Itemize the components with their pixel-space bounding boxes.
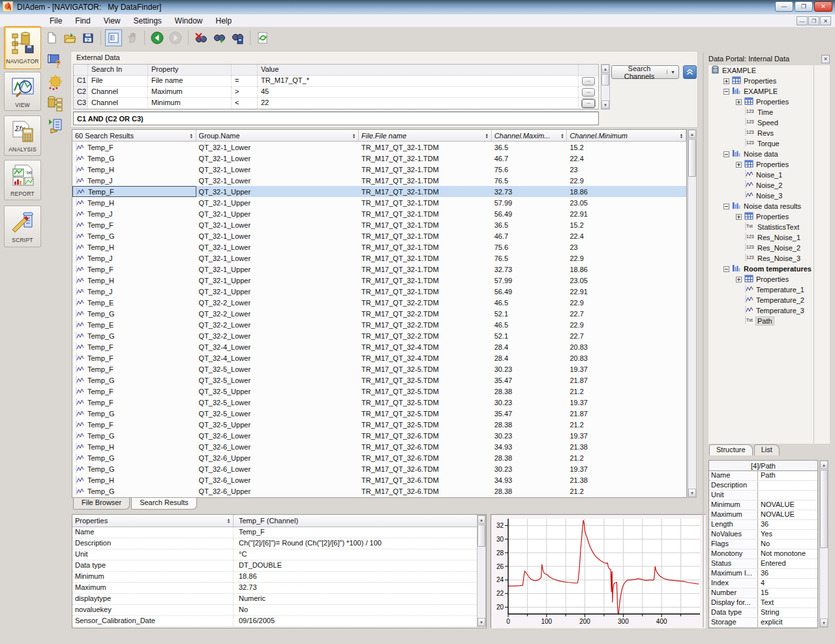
save-search-button[interactable]	[229, 29, 246, 46]
table-row[interactable]: Temp_GQT_32-5_LowerTR_M17_QT_32-5.TDM35.…	[72, 375, 686, 386]
group-name-cell[interactable]: QT_32-1_Lower	[196, 253, 359, 264]
tree-item-properties[interactable]: Properties	[708, 76, 830, 86]
file-name-cell[interactable]: TR_M17_QT_32-6.TDM	[359, 485, 492, 497]
table-row[interactable]: Temp_HQT_32-1_LowerTR_M17_QT_32-1.TDM75.…	[72, 164, 686, 175]
scroll-down-icon[interactable]: ▼	[601, 100, 609, 109]
minimum-cell[interactable]: 22.9	[567, 319, 686, 330]
property-row[interactable]: Minimum18.86	[72, 572, 486, 583]
file-name-cell[interactable]: TR_M17_QT_32-1.TDM	[359, 197, 492, 208]
collapse-icon[interactable]	[723, 204, 729, 209]
table-row[interactable]: Temp_HQT_32-1_UpperTR_M17_QT_32-1.TDM57.…	[72, 275, 686, 286]
menu-settings[interactable]: Settings	[127, 15, 168, 27]
table-row[interactable]: Temp_GQT_32-2_LowerTR_M17_QT_32-2.TDM52.…	[72, 308, 686, 319]
group-name-cell[interactable]: QT_32-1_Lower	[196, 230, 359, 241]
minimum-cell[interactable]: 22.7	[567, 330, 686, 341]
close-icon[interactable]: ✕	[821, 55, 830, 63]
file-name-cell[interactable]: TR_M17_QT_32-2.TDM	[359, 330, 492, 341]
portal-grid-row[interactable]: Data typeString	[709, 608, 817, 618]
table-row[interactable]: Temp_GQT_32-5_LowerTR_M17_QT_32-5.TDM35.…	[72, 408, 686, 419]
save-file-button[interactable]: ?	[80, 29, 97, 46]
table-row[interactable]: Temp_EQT_32-2_LowerTR_M17_QT_32-2.TDM46.…	[72, 297, 686, 308]
maximum-cell[interactable]: 28.4	[492, 352, 568, 363]
tab-file-browser[interactable]: File Browser	[73, 498, 130, 510]
maximum-cell[interactable]: 56.49	[492, 208, 568, 219]
maximum-cell[interactable]: 57.99	[492, 275, 568, 286]
table-row[interactable]: Temp_FQT_32-4_LowerTR_M17_QT_32-4.TDM28.…	[72, 352, 686, 363]
table-row[interactable]: Temp_GQT_32-1_LowerTR_M17_QT_32-1.TDM46.…	[72, 230, 686, 241]
results-column-header[interactable]: 60 Search Results▲▼	[72, 130, 196, 141]
menu-find[interactable]: Find	[68, 15, 97, 27]
tree-item-revs[interactable]: 123Revs	[708, 128, 830, 138]
maximum-cell[interactable]: 75.6	[492, 164, 568, 175]
portal-grid-row[interactable]: Number15	[709, 589, 817, 598]
file-name-cell[interactable]: TR_M17_QT_32-6.TDM	[359, 430, 492, 441]
minimum-cell[interactable]: 20.83	[567, 352, 686, 363]
file-name-cell[interactable]: TR_M17_QT_32-5.TDM	[359, 363, 492, 375]
file-name-cell[interactable]: TR_M17_QT_32-1.TDM	[359, 230, 492, 241]
file-name-cell[interactable]: TR_M17_QT_32-1.TDM	[359, 219, 492, 230]
maximum-cell[interactable]: 46.5	[492, 297, 568, 308]
help-button[interactable]: ?	[47, 52, 64, 69]
group-name-cell[interactable]: QT_32-5_Upper	[196, 386, 359, 397]
minimum-cell[interactable]: 21.2	[567, 386, 686, 397]
property-row[interactable]: Maximum32.73	[72, 583, 486, 594]
minimum-cell[interactable]: 15.2	[567, 142, 686, 153]
collapse-search-button[interactable]	[683, 65, 697, 79]
file-name-cell[interactable]: TR_M17_QT_32-2.TDM	[359, 308, 492, 319]
tree-item-example[interactable]: EXAMPLE	[708, 65, 830, 76]
table-row[interactable]: Temp_FQT_32-5_UpperTR_M17_QT_32-5.TDM28.…	[72, 419, 686, 430]
file-name-cell[interactable]: TR_M17_QT_32-2.TDM	[359, 319, 492, 330]
group-name-cell[interactable]: QT_32-1_Lower	[196, 219, 359, 230]
load-search-button[interactable]	[211, 29, 228, 46]
minimum-cell[interactable]: 22.91	[567, 208, 686, 219]
load-script-button[interactable]	[47, 117, 64, 134]
results-column-header[interactable]: File.File name▲▼	[359, 130, 492, 141]
portal-grid-row[interactable]: StatusEntered	[709, 559, 817, 569]
group-name-cell[interactable]: QT_32-1_Lower	[196, 142, 359, 153]
minimum-cell[interactable]: 21.2	[567, 452, 686, 463]
sort-icon[interactable]: ▲▼	[352, 133, 356, 138]
tree-item-res_noise_1[interactable]: 123Res_Noise_1	[708, 232, 830, 243]
portal-grid-row[interactable]: MinimumNOVALUE	[709, 500, 817, 510]
menu-help[interactable]: Help	[209, 15, 239, 27]
conditions-scrollbar[interactable]: ▲ ▼	[601, 64, 610, 110]
tree-item-noise_1[interactable]: Noise_1	[708, 170, 830, 180]
group-name-cell[interactable]: QT_32-6_Upper	[196, 452, 359, 463]
table-row[interactable]: Temp_GQT_32-6_UpperTR_M17_QT_32-6.TDM28.…	[72, 452, 686, 463]
maximum-cell[interactable]: 28.38	[492, 386, 568, 397]
settings-gear-button[interactable]	[47, 74, 64, 91]
file-name-cell[interactable]: TR_M17_QT_32-1.TDM	[359, 253, 492, 264]
minimum-cell[interactable]: 21.38	[567, 474, 686, 485]
file-name-cell[interactable]: TR_M17_QT_32-1.TDM	[359, 186, 492, 197]
file-name-cell[interactable]: TR_M17_QT_32-1.TDM	[359, 286, 492, 297]
group-name-cell[interactable]: QT_32-1_Upper	[196, 186, 359, 197]
value-cell[interactable]: 22	[258, 98, 579, 108]
group-name-cell[interactable]: QT_32-1_Upper	[196, 275, 359, 286]
file-name-cell[interactable]: TR_M17_QT_32-6.TDM	[359, 441, 492, 452]
restore-button[interactable]: ❐	[795, 1, 813, 12]
minimum-cell[interactable]: 21.2	[567, 419, 686, 430]
sort-icon[interactable]: ▲▼	[227, 518, 230, 523]
minimum-cell[interactable]: 19.37	[567, 397, 686, 408]
table-row[interactable]: Temp_GQT_32-6_UpperTR_M17_QT_32-6.TDM28.…	[72, 485, 686, 497]
panel-splitter[interactable]	[703, 52, 704, 628]
property-cell[interactable]: File name	[148, 76, 232, 86]
table-row[interactable]: Temp_JQT_32-1_LowerTR_M17_QT_32-1.TDM76.…	[72, 253, 686, 264]
file-name-cell[interactable]: TR_M17_QT_32-4.TDM	[359, 352, 492, 363]
tree-item-noise-data[interactable]: Noise data	[708, 149, 830, 159]
minimum-cell[interactable]: 19.37	[567, 363, 686, 375]
sidebar-item-script[interactable]: SCRIPT	[4, 206, 41, 247]
table-row[interactable]: Temp_JQT_32-1_UpperTR_M17_QT_32-1.TDM56.…	[72, 286, 686, 297]
portal-grid-scrollbar[interactable]: ▲ ▼	[819, 460, 828, 628]
collapse-icon[interactable]	[723, 151, 729, 157]
file-name-cell[interactable]: TR_M17_QT_32-2.TDM	[359, 297, 492, 308]
property-row[interactable]: NameTemp_F	[72, 527, 486, 538]
minimum-cell[interactable]: 23.05	[567, 197, 686, 208]
maximum-cell[interactable]: 52.1	[492, 330, 568, 341]
scroll-up-icon[interactable]: ▲	[688, 130, 696, 138]
new-file-button[interactable]	[43, 29, 60, 46]
minimum-cell[interactable]: 23.05	[567, 275, 686, 286]
table-row[interactable]: Temp_FQT_32-1_UpperTR_M17_QT_32-1.TDM32.…	[72, 186, 686, 197]
group-name-cell[interactable]: QT_32-1_Upper	[196, 264, 359, 275]
tree-item-properties[interactable]: Properties	[708, 274, 830, 284]
